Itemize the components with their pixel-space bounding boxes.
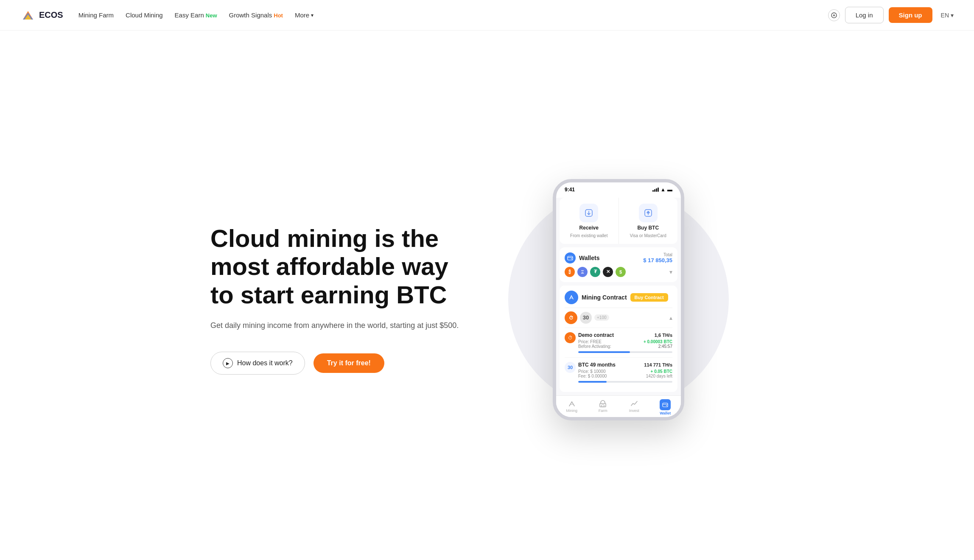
tab-farm-label: Farm xyxy=(599,409,607,413)
wallet-title-group: Wallets xyxy=(565,252,600,263)
wallets-section: Wallets Total $ 17 850,35 ₿ Ξ ₮ xyxy=(560,247,677,282)
tab-invest-icon xyxy=(630,399,638,408)
play-icon: ▶ xyxy=(223,358,233,368)
demo-contract-price: Price: FREE xyxy=(578,339,602,344)
tab-wallet-icon xyxy=(662,402,668,408)
badge-new: New xyxy=(206,12,217,19)
nav-easy-earn[interactable]: Easy EarnNew xyxy=(175,11,217,19)
tab-wallet-label: Wallet xyxy=(660,411,671,415)
contract-avatars: ⏱ 30 +100 xyxy=(565,311,609,324)
nav-growth-signals[interactable]: Growth SignalsHot xyxy=(229,11,283,19)
demo-contract-ths: 1,6 TH/s xyxy=(655,333,672,338)
login-button[interactable]: Log in xyxy=(845,7,884,23)
tab-farm[interactable]: Farm xyxy=(588,399,619,415)
receive-button[interactable]: Receive From existing wallet xyxy=(560,198,619,244)
nav-more-label: More xyxy=(295,11,309,19)
hero-buttons: ▶ How does it work? Try it for free! xyxy=(210,352,473,375)
tab-invest-label: Invest xyxy=(629,409,639,413)
phone-frame: 9:41 ▲ ▬ xyxy=(553,179,684,420)
wallet-header: Wallets Total $ 17 850,35 xyxy=(565,252,672,263)
contract-count-badge: 30 xyxy=(580,312,592,324)
contract-more-badge: +100 xyxy=(594,314,609,321)
tab-wallet[interactable]: Wallet xyxy=(650,399,681,415)
svg-rect-11 xyxy=(663,403,668,407)
tab-invest[interactable]: Invest xyxy=(619,399,650,415)
coin-xrp-icon: ✕ xyxy=(603,267,613,277)
receive-sublabel: From existing wallet xyxy=(570,233,607,238)
demo-contract-name: Demo contract xyxy=(578,332,614,338)
hero-section: Cloud mining is the most affordable way … xyxy=(190,31,784,560)
logo-icon xyxy=(20,8,36,23)
try-free-button[interactable]: Try it for free! xyxy=(313,353,384,373)
navbar: ECOS Mining Farm Cloud Mining Easy EarnN… xyxy=(0,0,974,31)
receive-label: Receive xyxy=(579,225,599,231)
buy-btc-button[interactable]: Buy BTC Visa or MasterCard xyxy=(619,198,678,244)
battery-icon: ▬ xyxy=(667,187,672,193)
wallet-title: Wallets xyxy=(579,255,600,261)
buy-btc-sublabel: Visa or MasterCard xyxy=(630,233,666,238)
btc-contract-avatar: 30 xyxy=(565,362,576,373)
buy-btc-icon-box xyxy=(639,204,658,222)
btc-contract-header: BTC 49 months 114 771 TH/s xyxy=(578,362,672,368)
nav-mining-farm[interactable]: Mining Farm xyxy=(78,11,114,19)
signup-button[interactable]: Sign up xyxy=(889,7,932,23)
logo-text: ECOS xyxy=(39,10,63,20)
buy-contract-button[interactable]: Buy Contract xyxy=(630,293,668,302)
wallet-icons: ₿ Ξ ₮ ✕ $ xyxy=(565,267,626,277)
bottom-tab-bar: Mining Farm xyxy=(556,395,681,417)
phone-wrapper: 9:41 ▲ ▬ xyxy=(553,179,684,420)
receive-icon-box xyxy=(579,204,598,222)
demo-contract-progress-fill xyxy=(578,351,630,353)
mining-contract-title: Mining Contract xyxy=(582,294,627,301)
btc-contract-fee: Fee: $ 0.00000 xyxy=(578,374,607,378)
wallet-expand-icon[interactable]: ▾ xyxy=(669,269,672,275)
contract-avatars-row: ⏱ 30 +100 ▴ xyxy=(565,308,672,328)
coin-btc-icon: ₿ xyxy=(565,267,575,277)
buy-btc-icon xyxy=(644,208,653,218)
mining-contract-icon xyxy=(565,291,578,304)
demo-contract-earning: + 0.00003 BTC xyxy=(644,339,672,344)
badge-hot: Hot xyxy=(274,12,283,19)
download-icon[interactable] xyxy=(828,9,840,21)
mining-header: Mining Contract Buy Contract xyxy=(565,291,672,304)
coin-usdt-icon: ₮ xyxy=(590,267,600,277)
btc-contract-earning: + 0.05 BTC xyxy=(651,369,672,374)
wallet-total-amount: $ 17 850,35 xyxy=(643,257,672,263)
demo-contract-time: 2:45:57 xyxy=(658,344,672,349)
contract-avatar-1: ⏱ xyxy=(565,311,577,324)
nav-links: Mining Farm Cloud Mining Easy EarnNew Gr… xyxy=(78,11,313,19)
logo[interactable]: ECOS xyxy=(20,8,63,23)
nav-right: Log in Sign up EN ▾ xyxy=(828,7,954,23)
wallet-total-group: Total $ 17 850,35 xyxy=(643,252,672,263)
wallet-icon xyxy=(565,252,576,263)
phone-screen: Receive From existing wallet xyxy=(556,198,681,417)
receive-icon xyxy=(584,208,593,218)
nav-more[interactable]: More ▾ xyxy=(295,11,313,19)
btc-contract-ths: 114 771 TH/s xyxy=(644,362,672,367)
btc-contract-progress-fill xyxy=(578,381,607,383)
btc-contract-price: Price: $ 10000 xyxy=(578,369,606,374)
how-it-works-button[interactable]: ▶ How does it work? xyxy=(210,352,305,375)
tab-wallet-icon-box xyxy=(660,399,671,410)
coin-eth-icon: Ξ xyxy=(577,267,588,277)
contract-expand-icon[interactable]: ▴ xyxy=(669,314,672,321)
demo-contract-before-label: Before Activating: xyxy=(578,344,611,349)
nav-cloud-mining[interactable]: Cloud Mining xyxy=(126,11,163,19)
btc-contract-name: BTC 49 months xyxy=(578,362,616,368)
coin-usd-icon: $ xyxy=(616,267,626,277)
tab-mining-icon xyxy=(568,399,576,408)
lang-label: EN xyxy=(941,12,949,19)
nav-growth-signals-label: Growth Signals xyxy=(229,11,272,19)
svg-rect-7 xyxy=(568,256,573,260)
lang-selector[interactable]: EN ▾ xyxy=(941,12,954,19)
btc-contract-item: 30 BTC 49 months 114 771 TH/s Price: $ 1… xyxy=(565,357,672,387)
action-buttons-row: Receive From existing wallet xyxy=(560,198,677,244)
hero-title: Cloud mining is the most affordable way … xyxy=(210,224,473,309)
btc-contract-progress-bar xyxy=(578,381,672,383)
demo-contract-progress-bar xyxy=(578,351,672,353)
signal-bars-icon xyxy=(652,188,659,192)
how-it-works-label: How does it work? xyxy=(237,359,293,367)
tab-mining-label: Mining xyxy=(566,409,577,413)
lang-chevron-icon: ▾ xyxy=(951,12,954,19)
tab-mining[interactable]: Mining xyxy=(556,399,588,415)
